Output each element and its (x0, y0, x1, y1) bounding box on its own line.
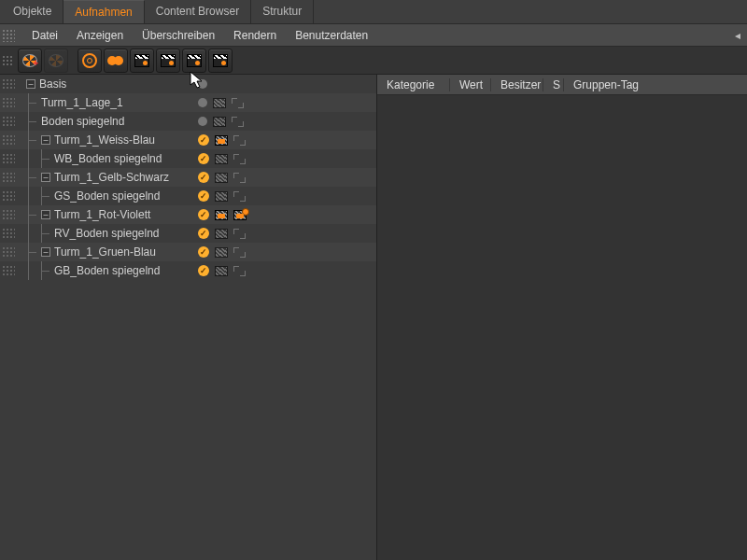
expand-icon[interactable] (232, 117, 244, 127)
clapper-icon[interactable] (215, 266, 228, 276)
menu-render[interactable]: Rendern (224, 29, 286, 42)
menu-view[interactable]: Anzeigen (67, 29, 133, 42)
status-check-icon[interactable]: ✓ (198, 190, 209, 202)
menu-override[interactable]: Überschreiben (133, 29, 224, 42)
tree-row[interactable]: –Turm_1_Gruen-Blau✓ (0, 243, 376, 261)
row-status-icons: ✓ (198, 228, 246, 239)
clapper-icon[interactable] (215, 247, 228, 258)
tree-row[interactable]: GS_Boden spiegelnd✓ (0, 187, 376, 205)
status-dot-icon[interactable] (198, 98, 207, 107)
status-check-icon[interactable]: ✓ (198, 209, 209, 220)
menu-userdata[interactable]: Benutzerdaten (286, 29, 377, 42)
status-check-icon[interactable]: ✓ (198, 134, 209, 146)
clapper-c-button[interactable] (182, 49, 206, 73)
expand-icon[interactable] (232, 98, 244, 108)
clapper-icon[interactable] (213, 98, 226, 108)
row-status-icons (198, 117, 244, 127)
tab-content-browser[interactable]: Content Browser (145, 0, 251, 23)
clapper-icon (187, 54, 202, 67)
tree-row[interactable]: GB_Boden spiegelnd✓ (0, 261, 376, 280)
row-status-icons: ✓ (198, 172, 246, 183)
status-dot-icon[interactable] (198, 79, 207, 89)
grip-icon (2, 209, 15, 220)
clapper-icon[interactable] (213, 117, 226, 127)
new-take-button[interactable]: + (18, 49, 42, 73)
status-check-icon[interactable]: ✓ (198, 228, 209, 239)
col-owner[interactable]: Besitzer (491, 78, 543, 91)
tree-line-icon (28, 261, 41, 280)
grip-icon (2, 246, 15, 258)
content-area: –BasisTurm_1_Lage_1Boden spiegelnd–Turm_… (0, 75, 747, 560)
tree-row[interactable]: Turm_1_Lage_1 (0, 93, 376, 112)
clapper-icon[interactable] (215, 154, 228, 164)
tree-row[interactable]: –Turm_1_Rot-Violett✓ (0, 205, 376, 224)
clapper-d-button[interactable] (208, 49, 233, 73)
tab-takes[interactable]: Aufnahmen (63, 0, 144, 23)
tree-line-icon (41, 261, 54, 280)
tree-row[interactable]: –Turm_1_Weiss-Blau✓ (0, 131, 376, 149)
clapper-icon[interactable] (215, 191, 228, 202)
col-category[interactable]: Kategorie (377, 78, 450, 91)
tree-line-icon (28, 93, 41, 112)
override-icon (107, 54, 124, 67)
grip-icon (2, 134, 15, 146)
expander-button[interactable]: – (41, 135, 50, 145)
clapper-icon[interactable] (215, 173, 228, 183)
grip-icon (2, 172, 15, 183)
tree-row-label: Turm_1_Gelb-Schwarz (54, 171, 169, 184)
tree-row-label: Turm_1_Weiss-Blau (54, 133, 155, 147)
clapper-b-button[interactable] (156, 49, 180, 73)
expander-button[interactable]: – (41, 173, 50, 182)
tree-row[interactable]: RV_Boden spiegelnd✓ (0, 224, 376, 243)
tree-row[interactable]: Boden spiegelnd (0, 112, 376, 131)
clapper-icon[interactable] (215, 229, 228, 239)
expander-button[interactable]: – (41, 247, 50, 257)
clapper-a-button[interactable] (130, 49, 154, 73)
auto-take-button[interactable] (78, 49, 102, 73)
clapper-active-icon[interactable] (215, 210, 228, 220)
tree-row-label: Turm_1_Lage_1 (41, 96, 123, 109)
expand-icon[interactable] (233, 173, 246, 183)
expand-icon[interactable] (233, 154, 246, 164)
row-status-icons: ✓ (198, 246, 246, 258)
tab-structure[interactable]: Struktur (251, 0, 314, 23)
expander-button[interactable]: – (41, 210, 50, 219)
clapper-gear-icon[interactable] (233, 210, 247, 220)
tree-line-icon (41, 149, 54, 168)
row-status-icons (198, 79, 207, 89)
col-group-tag[interactable]: Gruppen-Tag (564, 78, 747, 91)
panel-tabs: Objekte Aufnahmen Content Browser Strukt… (0, 0, 747, 24)
status-dot-icon[interactable] (198, 117, 207, 126)
override-button[interactable] (104, 49, 128, 73)
tree-line-icon (28, 149, 41, 168)
expand-icon[interactable] (233, 229, 246, 239)
expand-icon[interactable] (233, 247, 246, 258)
grip-icon (2, 29, 15, 42)
attribute-header: Kategorie Wert Besitzer S Gruppen-Tag (377, 75, 747, 95)
tree-line-icon (41, 224, 54, 243)
tree-row-label: Turm_1_Gruen-Blau (54, 245, 156, 259)
expander-button[interactable]: – (26, 79, 35, 89)
tree-row[interactable]: –Basis (0, 75, 376, 93)
col-value[interactable]: Wert (450, 78, 491, 91)
status-check-icon[interactable]: ✓ (198, 246, 209, 258)
menu-arrow-icon[interactable]: ◂ (728, 29, 747, 42)
row-status-icons: ✓ (198, 265, 246, 276)
clapper-active-icon[interactable] (215, 135, 228, 146)
tab-objects[interactable]: Objekte (2, 0, 63, 23)
tree-row[interactable]: –Turm_1_Gelb-Schwarz✓ (0, 168, 376, 187)
status-check-icon[interactable]: ✓ (198, 172, 209, 183)
expand-icon[interactable] (233, 266, 246, 276)
tree-line-icon (28, 131, 41, 149)
new-child-take-button[interactable] (44, 49, 68, 73)
status-check-icon[interactable]: ✓ (198, 265, 209, 276)
col-s[interactable]: S (543, 78, 564, 91)
status-check-icon[interactable]: ✓ (198, 153, 209, 164)
menu-file[interactable]: Datei (22, 29, 67, 42)
expand-icon[interactable] (233, 191, 246, 202)
tree-line-icon (28, 168, 41, 187)
tree-row[interactable]: WB_Boden spiegelnd✓ (0, 149, 376, 168)
film-reel-icon: + (22, 54, 37, 67)
circle-icon (82, 53, 97, 68)
expand-icon[interactable] (233, 135, 246, 146)
